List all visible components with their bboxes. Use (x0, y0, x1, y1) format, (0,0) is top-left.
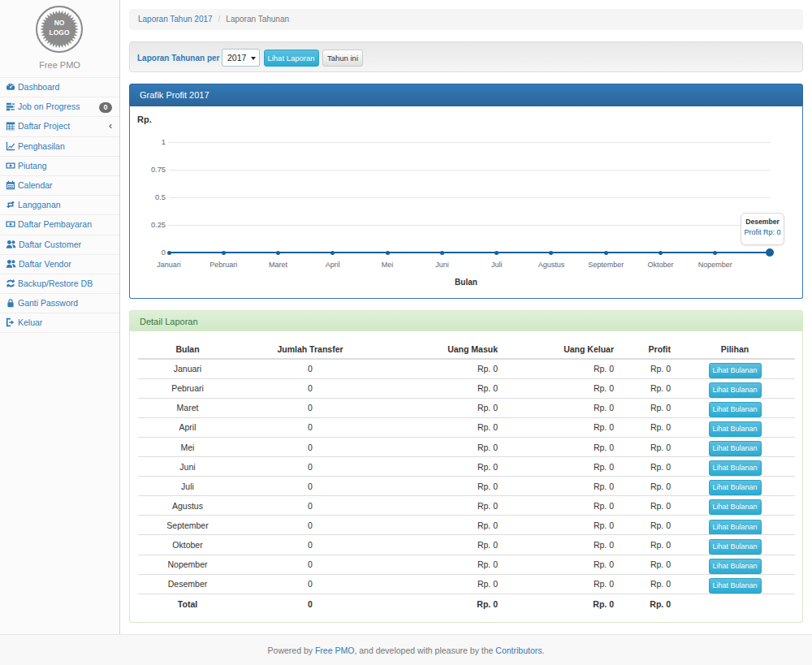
svg-text:LOGO: LOGO (49, 28, 69, 37)
svg-text:NO: NO (54, 19, 65, 27)
